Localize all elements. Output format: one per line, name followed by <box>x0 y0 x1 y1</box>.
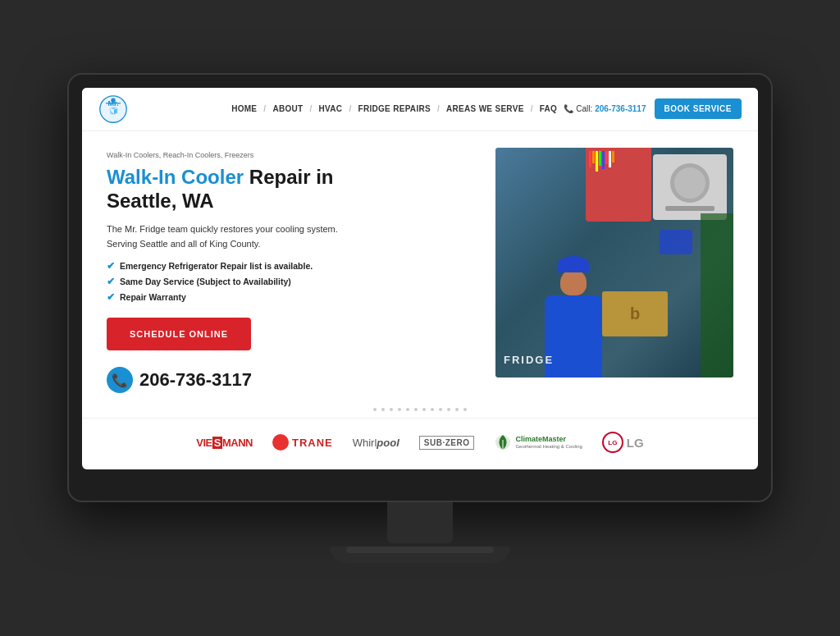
dots-decoration <box>82 401 758 418</box>
feature-1: ✔ Emergency Refrigerator Repair list is … <box>107 260 479 272</box>
monitor-screen: Mr. 🧊 HOME / ABOUT / HVAC / FRIDGE <box>82 88 758 470</box>
box-label: b <box>630 304 640 323</box>
climatemaster-leaf-icon <box>494 433 512 451</box>
hero-image-placeholder: b <box>495 148 733 377</box>
dot-4 <box>398 408 401 411</box>
hero-phone-number: 206-736-3117 <box>139 369 252 391</box>
nav-phone: 📞 Call: 206-736-3117 <box>564 104 646 113</box>
nav-areas[interactable]: AREAS WE SERVE <box>446 104 524 113</box>
website: Mr. 🧊 HOME / ABOUT / HVAC / FRIDGE <box>82 88 758 470</box>
brand-lg: LG LG <box>602 432 644 453</box>
hero-features-list: ✔ Emergency Refrigerator Repair list is … <box>107 260 479 303</box>
nav-fridge-repairs[interactable]: FRIDGE REPAIRS <box>358 104 430 113</box>
feature-3-text: Repair Warranty <box>120 292 186 302</box>
brand-trane: TRANE <box>272 434 333 451</box>
dot-2 <box>381 408 385 411</box>
climatemaster-tagline: Geothermal Heating & Cooling <box>515 444 582 450</box>
monitor-stand-neck <box>387 502 453 543</box>
wires <box>586 148 651 175</box>
feature-1-text: Emergency Refrigerator Repair list is av… <box>120 261 313 271</box>
viessmann-logo: VIESMANN <box>196 437 253 449</box>
brand-subzero: SUB·ZERO <box>419 436 475 450</box>
hero-title-blue: Walk-In Cooler <box>107 166 244 188</box>
brand-climatemaster: ClimateMaster Geothermal Heating & Cooli… <box>494 433 582 451</box>
monitor-stand-base <box>330 547 510 563</box>
ac-fan <box>670 163 710 203</box>
schedule-online-button[interactable]: SCHEDULE ONLINE <box>107 318 251 350</box>
svg-point-3 <box>111 98 115 102</box>
feature-2-text: Same Day Service (Subject to Availabilit… <box>120 277 291 286</box>
nav-sep-2: / <box>310 104 313 113</box>
nav-about[interactable]: ABOUT <box>272 104 303 113</box>
whirlpool-logo: Whirlpool <box>353 437 399 449</box>
logo: Mr. 🧊 <box>98 94 128 124</box>
check-icon-1: ✔ <box>107 260 115 272</box>
dot-8 <box>431 408 434 411</box>
lg-circle-text: LG <box>608 439 617 446</box>
monitor: Mr. 🧊 HOME / ABOUT / HVAC / FRIDGE <box>67 73 773 564</box>
nav-sep-5: / <box>531 104 533 113</box>
lg-label-text: LG <box>627 436 644 450</box>
lg-circle-icon: LG <box>602 432 623 453</box>
climatemaster-container: ClimateMaster Geothermal Heating & Cooli… <box>494 433 582 451</box>
trane-circle-icon <box>272 434 289 451</box>
fridge-text-overlay: FRIDGE <box>504 354 554 366</box>
head <box>560 269 587 295</box>
dot-3 <box>390 408 393 411</box>
book-service-button[interactable]: BOOK SERVICE <box>655 98 742 119</box>
climatemaster-text: ClimateMaster Geothermal Heating & Cooli… <box>515 436 582 449</box>
nav-sep-1: / <box>263 104 266 113</box>
wiring-panel <box>586 148 651 222</box>
nav-hvac[interactable]: HVAC <box>319 104 343 113</box>
dot-12 <box>463 408 467 411</box>
ac-vent <box>665 206 714 211</box>
nav-faq[interactable]: FAQ <box>540 104 557 113</box>
navbar: Mr. 🧊 HOME / ABOUT / HVAC / FRIDGE <box>82 88 758 131</box>
phone-icon: 📞 <box>564 104 573 113</box>
monitor-bezel: Mr. 🧊 HOME / ABOUT / HVAC / FRIDGE <box>67 73 773 503</box>
cap <box>558 256 589 272</box>
svg-text:🧊: 🧊 <box>109 106 119 116</box>
climatemaster-name: ClimateMaster <box>515 436 582 444</box>
dot-11 <box>455 408 459 411</box>
hero-image: b <box>495 148 733 377</box>
hero-description-1: The Mr. Fridge team quickly restores you… <box>107 224 479 234</box>
logo-icon: Mr. 🧊 <box>98 94 128 124</box>
dot-5 <box>406 408 409 411</box>
breadcrumb: Walk-In Coolers, Reach-In Coolers, Freez… <box>107 151 479 159</box>
nav-links: HOME / ABOUT / HVAC / FRIDGE REPAIRS / A… <box>231 104 557 113</box>
dot-7 <box>422 408 426 411</box>
nav-sep-4: / <box>437 104 440 113</box>
fridge-label: FRIDGE <box>504 354 554 366</box>
nav-home[interactable]: HOME <box>231 104 257 113</box>
phone-row: 📞 206-736-3117 <box>107 367 479 393</box>
hero-title: Walk-In Cooler Repair inSeattle, WA <box>107 166 479 213</box>
brand-viessmann: VIESMANN <box>196 437 253 449</box>
subzero-logo: SUB·ZERO <box>419 436 475 450</box>
nav-phone-label: Call: <box>576 104 592 113</box>
brand-whirlpool: Whirlpool <box>353 437 399 449</box>
dot-9 <box>439 408 442 411</box>
brands-bar: VIESMANN TRANE Whirlpool SUB·ZERO <box>82 418 758 469</box>
check-icon-2: ✔ <box>107 276 115 287</box>
phone-bubble-icon: 📞 <box>107 367 133 393</box>
shelf-post <box>701 213 733 377</box>
dot-6 <box>414 408 418 411</box>
dot-1 <box>373 408 377 411</box>
hero-content: Walk-In Coolers, Reach-In Coolers, Freez… <box>107 148 479 394</box>
nav-sep-3: / <box>349 104 351 113</box>
nav-phone-number: 206-736-3117 <box>595 104 646 113</box>
check-icon-3: ✔ <box>107 291 115 303</box>
feature-2: ✔ Same Day Service (Subject to Availabil… <box>107 276 479 287</box>
shirt-text <box>545 295 602 336</box>
trane-logo-text: TRANE <box>292 437 333 449</box>
dot-10 <box>447 408 450 411</box>
feature-3: ✔ Repair Warranty <box>107 291 479 303</box>
hero-description-2: Serving Seattle and all of King County. <box>107 239 479 249</box>
cardboard-box: b <box>602 291 668 336</box>
ac-unit <box>653 154 727 220</box>
phone-icon-bubble: 📞 <box>112 373 128 388</box>
storage-bin <box>660 230 692 254</box>
hero-section: Walk-In Coolers, Reach-In Coolers, Freez… <box>82 131 758 402</box>
